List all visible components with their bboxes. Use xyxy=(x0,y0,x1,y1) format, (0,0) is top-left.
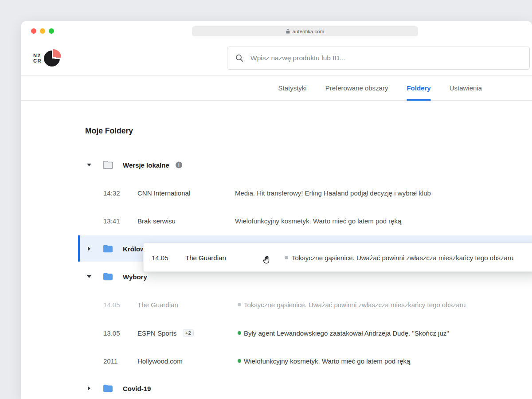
item-source: The Guardian xyxy=(137,301,178,309)
tab-preferowane-obszary[interactable]: Preferowane obszary xyxy=(325,76,388,100)
folder-icon xyxy=(102,272,113,282)
collapse-folder-icon[interactable] xyxy=(87,164,91,166)
item-time: 14:32 xyxy=(103,189,120,197)
lock-icon xyxy=(286,29,290,34)
grab-hand-cursor-icon xyxy=(262,255,272,266)
search-box[interactable] xyxy=(227,47,530,70)
item-headline: Toksyczne gąsienice. Uważać powinni zwła… xyxy=(292,254,513,261)
item-time: 14.05 xyxy=(152,254,168,261)
status-dot xyxy=(285,256,288,259)
collapse-folder-icon[interactable] xyxy=(87,275,91,278)
tab-ustawienia[interactable]: Ustawienia xyxy=(450,76,482,100)
folder-name: Wersje lokalne xyxy=(123,161,169,169)
news-item-row[interactable]: 14:32 CNN International Media. Hit trans… xyxy=(21,187,532,199)
search-icon xyxy=(235,54,244,63)
tab-statystyki[interactable]: Statystyki xyxy=(278,76,307,100)
item-headline: Toksyczne gąsienice. Uważać powinni zwła… xyxy=(244,301,466,309)
folder-icon xyxy=(102,384,113,393)
folder-row-wybory[interactable]: Wybory xyxy=(21,270,532,283)
info-icon[interactable]: i xyxy=(176,162,182,168)
nav-tabs: Statystyki Preferowane obszary Foldery U… xyxy=(21,75,532,101)
item-source: The Guardian xyxy=(185,254,226,261)
url-text: autentika.com xyxy=(293,29,325,34)
logo-text: N2 CR xyxy=(33,53,42,63)
page-title: Moje Foldery xyxy=(85,126,133,136)
item-source: Brak serwisu xyxy=(137,217,176,225)
folder-name: Wybory xyxy=(123,273,147,281)
news-item-row[interactable]: 2011 Hollywood.com Wielofunkcyjny kosmet… xyxy=(21,355,532,367)
item-headline: Media. Hit transferowy! Erling Haaland p… xyxy=(235,189,431,197)
pie-chart-logo-icon xyxy=(44,49,63,67)
status-dot xyxy=(238,331,241,335)
extra-count-badge: +2 xyxy=(183,329,194,337)
folder-icon xyxy=(102,160,113,170)
item-source: Hollywood.com xyxy=(137,357,183,365)
folder-name: Królow xyxy=(123,245,145,253)
tab-foldery[interactable]: Foldery xyxy=(407,76,430,100)
dragged-item-card[interactable]: 14.05 The Guardian Toksyczne gąsienice. … xyxy=(143,243,532,272)
item-headline: Były agent Lewandowskiego zaatakował And… xyxy=(244,329,449,337)
expand-folder-icon[interactable] xyxy=(88,386,90,391)
item-headline: Wielofunkcyjny kosmetyk. Warto mieć go l… xyxy=(244,357,410,365)
folders-panel: Moje Foldery Wersje lokalne i 14:32 CNN … xyxy=(21,101,532,399)
item-time: 13.05 xyxy=(103,329,120,337)
item-time: 14.05 xyxy=(103,301,120,309)
item-source: CNN International xyxy=(137,189,190,197)
folder-row-covid-19[interactable]: Covid-19 xyxy=(21,382,532,395)
folder-row-wersje-lokalne[interactable]: Wersje lokalne i xyxy=(21,159,532,171)
item-headline: Wielofunkcyjny kosmetyk. Warto mieć go l… xyxy=(235,217,401,225)
news-item-row[interactable]: 14.05 The Guardian Toksyczne gąsienice. … xyxy=(21,298,532,311)
browser-window: autentika.com N2 CR Statystyki Preferowa… xyxy=(21,21,532,399)
browser-chrome: autentika.com xyxy=(21,21,532,41)
logo[interactable]: N2 CR xyxy=(33,49,63,67)
item-time: 2011 xyxy=(103,357,117,365)
item-time: 13:41 xyxy=(103,217,120,225)
folder-name: Covid-19 xyxy=(123,385,151,392)
status-dot xyxy=(238,359,241,363)
address-bar[interactable]: autentika.com xyxy=(192,26,418,36)
search-input[interactable] xyxy=(250,54,522,63)
news-item-row[interactable]: 13.05 ESPN Sports +2 Były agent Lewandow… xyxy=(21,327,532,339)
window-controls xyxy=(31,28,54,34)
minimize-window-button[interactable] xyxy=(40,28,45,34)
zoom-window-button[interactable] xyxy=(49,28,54,34)
item-source: ESPN Sports xyxy=(137,329,176,337)
news-item-row[interactable]: 13:41 Brak serwisu Wielofunkcyjny kosmet… xyxy=(21,215,532,227)
status-dot xyxy=(238,303,241,306)
expand-folder-icon[interactable] xyxy=(88,246,90,251)
close-window-button[interactable] xyxy=(31,28,36,34)
folder-icon xyxy=(102,244,113,254)
